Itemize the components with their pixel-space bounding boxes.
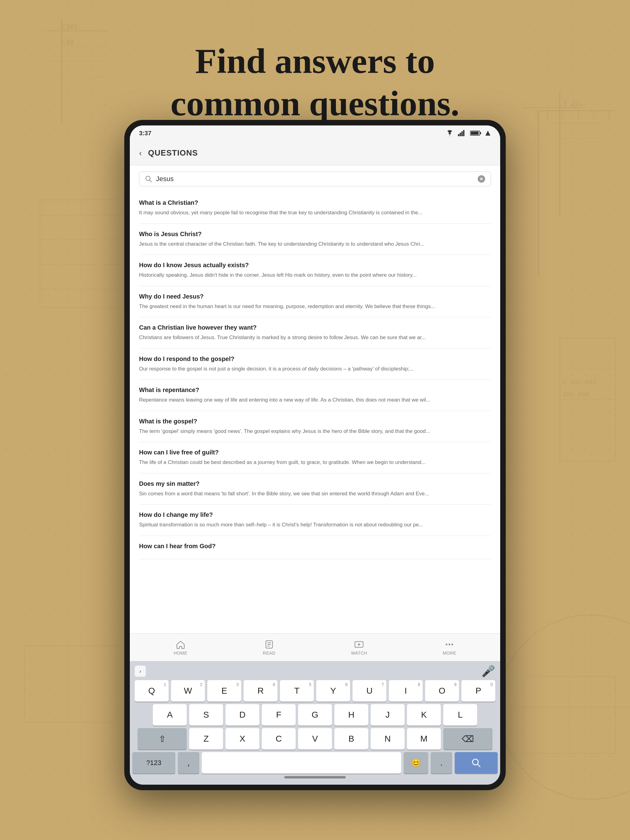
key-s[interactable]: S xyxy=(189,704,223,726)
svg-marker-45 xyxy=(486,131,490,136)
key-k[interactable]: K xyxy=(407,704,441,726)
mic-button[interactable]: 🎤 xyxy=(481,665,495,677)
bottom-nav: HOME READ WATCH xyxy=(130,633,500,661)
search-box[interactable]: Jesus xyxy=(139,172,491,186)
key-e[interactable]: 3E xyxy=(207,680,241,702)
signal-icon xyxy=(458,130,466,136)
key-f[interactable]: F xyxy=(262,704,296,726)
key-g[interactable]: G xyxy=(298,704,332,726)
nav-more[interactable]: MORE xyxy=(443,639,456,655)
key-q[interactable]: 1Q xyxy=(135,680,169,702)
question-item[interactable]: How can I live free of guilt? The life o… xyxy=(139,442,491,474)
key-d[interactable]: D xyxy=(225,704,259,726)
question-item[interactable]: What is the gospel? The term 'gospel' si… xyxy=(139,411,491,442)
question-title: What is the gospel? xyxy=(139,418,491,425)
search-key[interactable] xyxy=(455,752,498,774)
key-b[interactable]: B xyxy=(334,728,368,750)
question-title: Who is Jesus Christ? xyxy=(139,231,491,238)
question-item[interactable]: Does my sin matter? Sin comes from a wor… xyxy=(139,474,491,505)
key-t[interactable]: 5T xyxy=(280,680,314,702)
hero-line1: Find answers to xyxy=(0,40,630,82)
question-title: How do I know Jesus actually exists? xyxy=(139,262,491,269)
search-key-icon xyxy=(471,758,481,768)
key-i[interactable]: 8I xyxy=(389,680,423,702)
key-l[interactable]: L xyxy=(443,704,477,726)
read-icon xyxy=(264,639,274,649)
question-preview: It may sound obvious, yet many people fa… xyxy=(139,209,491,217)
question-preview: The term 'gospel' simply means 'good new… xyxy=(139,427,491,435)
num-toggle-key[interactable]: ?123 xyxy=(132,752,175,774)
question-preview: Historically speaking, Jesus didn't hide… xyxy=(139,271,491,279)
tablet-screen: 3:37 xyxy=(130,125,500,785)
nav-home[interactable]: HOME xyxy=(174,639,187,655)
question-item[interactable]: How do I know Jesus actually exists? His… xyxy=(139,255,491,286)
question-title: How can I live free of guilt? xyxy=(139,449,491,456)
question-preview: Repentance means leaving one way of life… xyxy=(139,396,491,404)
question-title: How do I respond to the gospel? xyxy=(139,355,491,363)
keyboard-expand-button[interactable]: › xyxy=(135,666,146,677)
svg-text:L 407–040: L 407–040 xyxy=(563,379,596,386)
svg-marker-55 xyxy=(358,643,361,646)
key-r[interactable]: 4R xyxy=(244,680,277,702)
search-container: Jesus xyxy=(130,166,500,193)
key-o[interactable]: 9O xyxy=(425,680,459,702)
key-m[interactable]: M xyxy=(407,728,441,750)
key-h[interactable]: H xyxy=(334,704,368,726)
svg-rect-28 xyxy=(523,676,615,753)
key-a[interactable]: A xyxy=(153,704,187,726)
nav-read[interactable]: READ xyxy=(263,639,275,655)
status-bar: 3:37 xyxy=(130,125,500,141)
question-item[interactable]: Who is Jesus Christ? Jesus is the centra… xyxy=(139,224,491,255)
question-item[interactable]: What is repentance? Repentance means lea… xyxy=(139,380,491,411)
back-button[interactable]: ‹ xyxy=(139,148,142,158)
svg-text:200 090: 200 090 xyxy=(563,391,589,398)
backspace-key[interactable]: ⌫ xyxy=(443,728,492,750)
question-item[interactable]: Can a Christian live however they want? … xyxy=(139,317,491,349)
key-c[interactable]: C xyxy=(262,728,296,750)
key-z[interactable]: Z xyxy=(189,728,223,750)
home-icon xyxy=(176,639,185,649)
key-u[interactable]: 7U xyxy=(353,680,386,702)
question-item[interactable]: How do I respond to the gospel? Our resp… xyxy=(139,349,491,380)
question-item[interactable]: What is a Christian? It may sound obviou… xyxy=(139,193,491,224)
svg-rect-40 xyxy=(461,131,463,136)
status-time: 3:37 xyxy=(139,130,151,137)
emoji-key[interactable]: 😊 xyxy=(404,752,428,774)
search-input[interactable]: Jesus xyxy=(156,175,474,183)
key-x[interactable]: X xyxy=(225,728,259,750)
svg-point-59 xyxy=(473,759,478,765)
keyboard-row-2: ASDFGHJKL xyxy=(131,704,499,726)
nav-home-label: HOME xyxy=(174,651,187,655)
more-icon xyxy=(445,639,454,649)
search-icon xyxy=(145,175,152,183)
question-preview: Christians are followers of Jesus. True … xyxy=(139,333,491,342)
key-v[interactable]: V xyxy=(298,728,332,750)
status-icons xyxy=(445,130,491,136)
shift-key[interactable]: ⇧ xyxy=(138,728,187,750)
nav-watch-label: WATCH xyxy=(351,651,367,655)
question-item[interactable]: Why do I need Jesus? The greatest need i… xyxy=(139,286,491,317)
nav-more-label: MORE xyxy=(443,651,456,655)
key-y[interactable]: 6Y xyxy=(316,680,350,702)
space-key[interactable] xyxy=(202,752,401,774)
key-w[interactable]: 2W xyxy=(171,680,205,702)
svg-line-60 xyxy=(478,764,481,767)
key-j[interactable]: J xyxy=(371,704,405,726)
question-title: How can I hear from God? xyxy=(139,543,491,550)
keyboard-area: › 🎤 1Q2W3E4R5T6Y7U8I9O0P ASDFGHJKL ⇧ZXCV… xyxy=(130,661,500,785)
question-title: Can a Christian live however they want? xyxy=(139,324,491,331)
question-item[interactable]: How can I hear from God? xyxy=(139,536,491,559)
search-clear-button[interactable] xyxy=(478,175,485,183)
nav-watch[interactable]: WATCH xyxy=(351,639,367,655)
nav-read-label: READ xyxy=(263,651,275,655)
svg-rect-44 xyxy=(471,132,479,135)
key-n[interactable]: N xyxy=(371,728,405,750)
svg-rect-25 xyxy=(25,646,117,723)
comma-key[interactable]: , xyxy=(178,752,199,774)
key-p[interactable]: 0P xyxy=(461,680,495,702)
period-key[interactable]: . xyxy=(431,752,452,774)
question-item[interactable]: How do I change my life? Spiritual trans… xyxy=(139,505,491,536)
question-title: What is a Christian? xyxy=(139,199,491,206)
screen-title: QUESTIONS xyxy=(148,148,198,158)
svg-rect-41 xyxy=(463,130,464,136)
